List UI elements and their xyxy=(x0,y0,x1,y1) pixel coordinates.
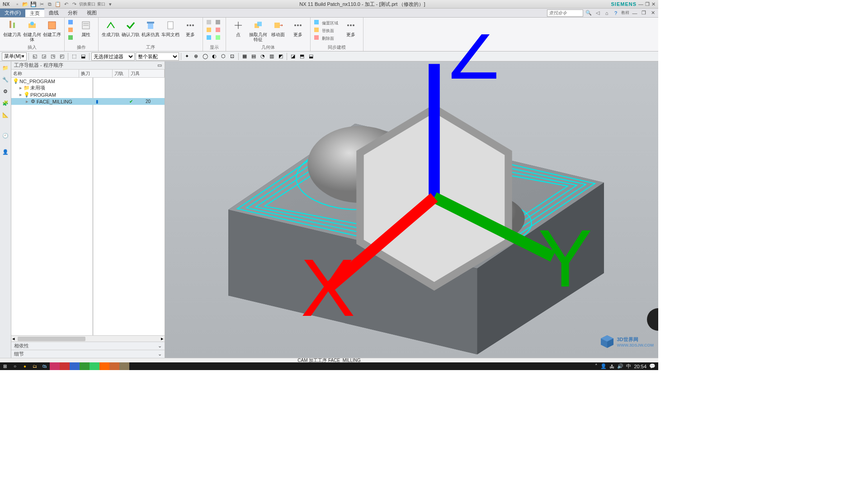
inner-restore-icon[interactable]: ❐ xyxy=(640,9,647,17)
tutorial-link[interactable]: 教程 xyxy=(621,10,629,16)
nav-home-icon[interactable]: ⌂ xyxy=(603,9,610,17)
tray-notifications-icon[interactable]: 💬 xyxy=(649,363,656,369)
qat-redo-icon[interactable]: ↷ xyxy=(71,1,77,7)
tray-ime[interactable]: 中 xyxy=(626,363,631,370)
view-triad-icon[interactable]: Z Y X xyxy=(188,34,658,331)
inner-minimize-icon[interactable]: — xyxy=(631,9,638,17)
nav-pin-icon[interactable]: ▭ xyxy=(157,62,162,68)
col-name[interactable]: 名称 xyxy=(11,70,79,77)
tb-app3-icon[interactable] xyxy=(70,362,80,370)
tb-nx-icon[interactable] xyxy=(119,362,129,370)
tree-row[interactable]: ▸💡PROGRAM xyxy=(11,91,165,98)
fb-icon-3[interactable]: ◳ xyxy=(49,52,57,61)
fb-icon-6[interactable]: ⬓ xyxy=(79,52,87,61)
qat-cut-icon[interactable]: ✂ xyxy=(38,1,45,7)
tree-row[interactable]: 💡NC_PROGRAM xyxy=(11,78,165,84)
create-operation-button[interactable]: 创建工序 xyxy=(42,19,61,37)
tb-app2-icon[interactable] xyxy=(60,362,70,370)
rb-assembly-icon[interactable]: 🧩 xyxy=(1,99,10,108)
tab-curve[interactable]: 曲线 xyxy=(44,9,63,17)
operation-icon: ⚙ xyxy=(30,99,36,104)
nav-back-icon[interactable]: ◁ xyxy=(594,9,601,17)
disp-2-icon[interactable] xyxy=(206,27,214,34)
col-path[interactable]: 刀轨 xyxy=(113,70,129,77)
col-tool[interactable]: 刀具 xyxy=(129,70,165,77)
replace-face-button[interactable]: 替换面 xyxy=(313,27,340,34)
tab-view[interactable]: 视图 xyxy=(82,9,101,17)
tb-explorer-icon[interactable]: 🗂 xyxy=(30,362,40,370)
tb-store-icon[interactable]: 🛍 xyxy=(40,362,50,370)
fb-icon-1[interactable]: ◱ xyxy=(31,52,39,61)
rb-op-navigator-icon[interactable]: 🔧 xyxy=(1,75,10,84)
disp-1-icon[interactable] xyxy=(206,19,214,27)
tree-row[interactable]: ▸📁未用项 xyxy=(11,84,165,91)
rb-history-icon[interactable]: 🕘 xyxy=(1,131,10,140)
menu-button[interactable]: 菜单(M) ▾ xyxy=(2,52,27,61)
inner-close-icon[interactable]: ✕ xyxy=(649,9,656,17)
command-search-input[interactable] xyxy=(547,9,583,17)
qat-dropdown-icon[interactable]: ▾ xyxy=(107,1,113,7)
nav-details[interactable]: 细节⌄ xyxy=(11,350,165,358)
tb-app1-icon[interactable] xyxy=(50,362,60,370)
offset-region-button[interactable]: 偏置区域 xyxy=(313,19,340,27)
qat-window[interactable]: 窗口 xyxy=(97,1,105,7)
operation-navigator: 工序导航器 - 程序顺序 ▭ 名称 换刀 刀轨 刀具 💡NC_PROGRAM▸📁… xyxy=(11,61,165,358)
group-insert-label: 插入 xyxy=(3,44,61,51)
tray-up-icon[interactable]: ˄ xyxy=(595,363,598,369)
verify-toolpath-button[interactable]: 确认刀轨 xyxy=(121,19,140,37)
create-tool-button[interactable]: 创建刀具 xyxy=(3,19,22,37)
disp-4-icon[interactable] xyxy=(215,19,223,27)
tab-analysis[interactable]: 分析 xyxy=(63,9,82,17)
small-copy-icon[interactable] xyxy=(67,27,75,34)
tab-home[interactable]: 主页 xyxy=(25,9,44,17)
tray-network-icon[interactable]: 🖧 xyxy=(609,364,614,369)
nav-dependency[interactable]: 相依性⌄ xyxy=(11,342,165,350)
resource-bar: 📁 🔧 ⚙ 🧩 📐 🕘 👤 xyxy=(0,61,11,358)
tb-app5-icon[interactable] xyxy=(90,362,99,370)
tb-app7-icon[interactable] xyxy=(109,362,119,370)
disp-5-icon[interactable] xyxy=(215,27,223,34)
small-paste-icon[interactable] xyxy=(67,35,75,42)
tree-row-name: FACE_MILLING xyxy=(37,99,72,104)
qat-save-icon[interactable]: 💾 xyxy=(30,1,37,7)
qat-new-icon[interactable]: ▫ xyxy=(14,1,20,7)
col-toolchange[interactable]: 换刀 xyxy=(79,70,113,77)
fb-icon-2[interactable]: ◲ xyxy=(40,52,48,61)
tb-app4-icon[interactable] xyxy=(80,362,90,370)
assembly-filter-select[interactable]: 整个装配 xyxy=(136,52,179,61)
rb-part-navigator-icon[interactable]: 📁 xyxy=(1,63,10,72)
shop-docs-button[interactable]: 车间文档 xyxy=(161,19,180,37)
tb-chrome-icon[interactable]: ● xyxy=(20,362,30,370)
tree-row[interactable]: ▸⚙FACE_MILLING▮✔20 xyxy=(11,98,165,105)
fb-icon-4[interactable]: ◰ xyxy=(58,52,66,61)
tray-volume-icon[interactable]: 🔊 xyxy=(617,363,623,369)
help-icon[interactable]: ? xyxy=(612,9,619,17)
selection-filter-select[interactable]: 无选择过滤器 xyxy=(91,52,135,61)
qat-paste-icon[interactable]: 📋 xyxy=(55,1,61,7)
close-icon[interactable]: ✕ xyxy=(651,1,656,7)
create-geometry-button[interactable]: 创建几何体 xyxy=(23,19,42,42)
maximize-icon[interactable]: ❐ xyxy=(645,1,650,7)
rb-roles-icon[interactable]: 👤 xyxy=(1,147,10,156)
qat-copy-icon[interactable]: ⧉ xyxy=(47,1,53,7)
graphics-viewport[interactable]: ZM ZC YM YC XC XM Z Y X 3D世界网 WWW.3DSJW.… xyxy=(165,61,658,358)
generate-toolpath-button[interactable]: 生成刀轨 xyxy=(101,19,120,37)
properties-button[interactable]: 属性 xyxy=(76,19,95,37)
minimize-icon[interactable]: — xyxy=(638,1,643,7)
tab-file[interactable]: 文件(F) xyxy=(0,9,25,17)
tray-clock[interactable]: 20:54 xyxy=(634,364,646,369)
qat-undo-icon[interactable]: ↶ xyxy=(63,1,69,7)
small-edit-icon[interactable] xyxy=(67,19,75,27)
tray-people-icon[interactable]: 👤 xyxy=(600,363,607,369)
fb-icon-5[interactable]: ⬚ xyxy=(70,52,78,61)
cortana-icon[interactable]: ○ xyxy=(10,362,20,370)
tb-app6-icon[interactable] xyxy=(99,362,109,370)
start-button[interactable]: ⊞ xyxy=(0,362,10,370)
rb-constraint-icon[interactable]: 📐 xyxy=(1,110,10,119)
search-icon[interactable]: 🔍 xyxy=(585,9,592,17)
machine-sim-button[interactable]: 机床仿真 xyxy=(141,19,160,37)
qat-switch-window[interactable]: 切换窗口 xyxy=(79,1,95,7)
rb-machine-icon[interactable]: ⚙ xyxy=(1,87,10,96)
nav-hscroll[interactable]: ◂▸ xyxy=(11,335,165,342)
qat-open-icon[interactable]: 📂 xyxy=(22,1,28,7)
